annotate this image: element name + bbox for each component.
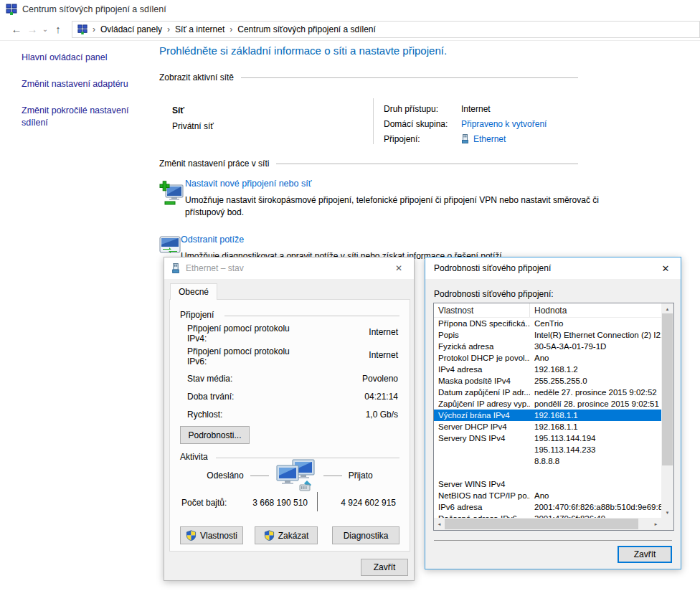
row-value: neděle 27. prosince 2015 9:02:52	[530, 388, 661, 397]
task-new-connection-link[interactable]: Nastavit nové připojení nebo síť	[185, 179, 624, 189]
section-divider	[241, 77, 578, 78]
section-network-settings: Změnit nastavení práce v síti	[159, 159, 578, 169]
close-icon[interactable]: ✕	[384, 257, 414, 279]
row-value: 195.113.144.194	[530, 434, 661, 443]
diagnose-button[interactable]: Diagnostika	[332, 526, 399, 544]
breadcrumb-item-network-internet[interactable]: Síť a internet	[175, 24, 224, 34]
table-row[interactable]: PopisIntel(R) Ethernet Connection (2) I2…	[434, 329, 661, 341]
scroll-right-icon[interactable]: ►	[651, 518, 661, 530]
table-row[interactable]: 8.8.8.8	[434, 455, 661, 467]
table-row[interactable]: Server WINS IPv4	[434, 478, 661, 490]
up-icon[interactable]: ↑	[50, 23, 66, 35]
ethernet-plug-icon	[171, 263, 180, 274]
received-label: Přijato	[349, 470, 373, 481]
details-dialog-title: Podrobnosti síťového připojení	[434, 263, 645, 273]
row-value: CenTrio	[530, 319, 661, 328]
ethernet-dialog-titlebar[interactable]: Ethernet – stav ✕	[164, 257, 414, 279]
row-property: IPv6 adresa	[434, 503, 530, 511]
recent-pages-chevron-icon[interactable]: ⌄	[40, 25, 50, 33]
forward-icon[interactable]: →	[24, 23, 40, 35]
access-type-row: Druh přístupu: Internet	[384, 101, 547, 116]
breadcrumb-item-control-panel[interactable]: Ovládací panely	[100, 24, 162, 34]
row-value: 192.168.1.2	[530, 365, 661, 374]
scroll-down-icon[interactable]: ▼	[661, 507, 673, 518]
table-row[interactable]: IPv6 adresa2001:470:6f:826:a88b:510d:9e6…	[434, 501, 661, 513]
details-dialog-titlebar[interactable]: Podrobnosti síťového připojení ✕	[425, 257, 681, 279]
uac-shield-icon	[264, 530, 275, 541]
disable-button[interactable]: Zakázat	[255, 526, 318, 544]
row-property: NetBIOS nad TCP/IP po...	[434, 491, 530, 500]
ipv4-connectivity-value: Internet	[369, 327, 398, 337]
scrollbar-corner	[661, 518, 673, 530]
ethernet-link[interactable]: Ethernet	[473, 134, 506, 144]
homegroup-link[interactable]: Připraveno k vytvoření	[461, 119, 547, 129]
row-value: 30-5A-3A-01-79-1D	[530, 342, 661, 351]
section-network-settings-label: Změnit nastavení práce v síti	[159, 159, 269, 169]
connection-label: Připojení:	[384, 134, 461, 144]
row-property: Popis	[434, 331, 530, 339]
scroll-left-icon[interactable]: ◄	[434, 518, 445, 530]
footer-divider	[434, 540, 672, 541]
close-icon[interactable]: ✕	[651, 257, 681, 279]
breadcrumb[interactable]: › Ovládací panely › Síť a internet › Cen…	[72, 21, 700, 38]
table-row[interactable]: IPv4 adresa192.168.1.2	[434, 364, 661, 375]
properties-button[interactable]: Vlastnosti	[180, 526, 243, 544]
row-value: 255.255.255.0	[530, 377, 661, 385]
activity-dash	[250, 476, 269, 476]
table-row[interactable]: 195.113.144.233	[434, 444, 661, 455]
horizontal-scrollbar[interactable]: ◄ ►	[434, 518, 661, 530]
row-value: pondělí 28. prosince 2015 9:02:51	[530, 399, 661, 408]
details-close-button[interactable]: Zavřít	[618, 546, 672, 563]
network-sharing-icon	[6, 4, 17, 15]
table-row[interactable]	[434, 467, 661, 478]
table-row[interactable]: Zapůjčení IP adresy vyp...pondělí 28. pr…	[434, 398, 661, 410]
row-property: Zapůjčení IP adresy vyp...	[434, 399, 530, 408]
table-row[interactable]: Dočasná adresa IPv62001:470:6f:826:49	[434, 513, 661, 518]
row-property: Server WINS IPv4	[434, 480, 530, 488]
ethernet-close-button[interactable]: Zavřít	[361, 559, 408, 576]
scroll-up-icon[interactable]: ▲	[661, 303, 673, 314]
row-property: Datum zapůjčení IP adr...	[434, 388, 530, 397]
row-property: Fyzická adresa	[434, 342, 530, 351]
ethernet-general-page: Připojení Připojení pomocí protokolu IPv…	[169, 299, 410, 552]
row-value: 192.168.1.1	[530, 422, 661, 431]
speed-value: 1,0 Gb/s	[366, 410, 398, 420]
table-row-selected[interactable]: Výchozí brána IPv4192.168.1.1	[434, 410, 661, 421]
homegroup-label: Domácí skupina:	[384, 119, 461, 129]
window-title: Centrum síťových připojení a sdílení	[22, 4, 166, 14]
horizontal-scroll-thumb[interactable]	[445, 519, 638, 529]
vertical-scroll-thumb[interactable]	[662, 313, 673, 465]
activity-computers-icon	[275, 459, 317, 492]
network-name: Síť	[172, 105, 184, 115]
row-value: Ano	[530, 491, 661, 500]
table-row[interactable]: Protokol DHCP je povol...Ano	[434, 352, 661, 364]
column-value[interactable]: Hodnota	[530, 306, 673, 316]
back-icon[interactable]: ←	[9, 23, 24, 35]
sidebar-item-change-sharing-settings[interactable]: Změnit pokročilé nastavení sdílení	[22, 105, 143, 129]
group-divider	[216, 458, 399, 458]
active-network-panel: Síť Privátní síť Druh přístupu: Internet…	[159, 93, 578, 148]
main-content: Prohlédněte si základní informace o síti…	[159, 44, 578, 278]
details-listview[interactable]: Vlastnost Hodnota Přípona DNS specifická…	[433, 303, 674, 531]
details-button[interactable]: Podrobnosti...	[180, 426, 250, 444]
task-troubleshoot-link[interactable]: Odstranit potíže	[181, 235, 620, 245]
table-row[interactable]: Fyzická adresa30-5A-3A-01-79-1D	[434, 341, 661, 352]
row-property: IPv4 adresa	[434, 365, 530, 374]
tab-general[interactable]: Obecné	[170, 283, 217, 300]
breadcrumb-item-network-sharing-center[interactable]: Centrum síťových připojení a sdílení	[237, 24, 376, 34]
table-row[interactable]: Servery DNS IPv4195.113.144.194	[434, 432, 661, 444]
table-row[interactable]: Přípona DNS specifická...CenTrio	[434, 318, 661, 329]
vertical-scrollbar[interactable]: ▲ ▼	[661, 303, 673, 518]
table-row[interactable]: NetBIOS nad TCP/IP po...Ano	[434, 490, 661, 501]
sidebar-item-change-adapter-settings[interactable]: Změnit nastavení adaptéru	[22, 78, 143, 90]
bytes-divider	[317, 492, 318, 511]
sidebar-item-control-panel-home[interactable]: Hlavní ovládací panel	[22, 52, 143, 64]
table-row[interactable]: Server DHCP IPv4192.168.1.1	[434, 421, 661, 432]
listview-header: Vlastnost Hodnota	[434, 303, 673, 318]
media-state-value: Povoleno	[362, 374, 398, 384]
row-value: 8.8.8.8	[530, 457, 661, 465]
table-row[interactable]: Datum zapůjčení IP adr...neděle 27. pros…	[434, 387, 661, 398]
table-row[interactable]: Maska podsítě IPv4255.255.255.0	[434, 375, 661, 387]
row-value: 195.113.144.233	[530, 445, 661, 454]
column-property[interactable]: Vlastnost	[434, 303, 530, 317]
